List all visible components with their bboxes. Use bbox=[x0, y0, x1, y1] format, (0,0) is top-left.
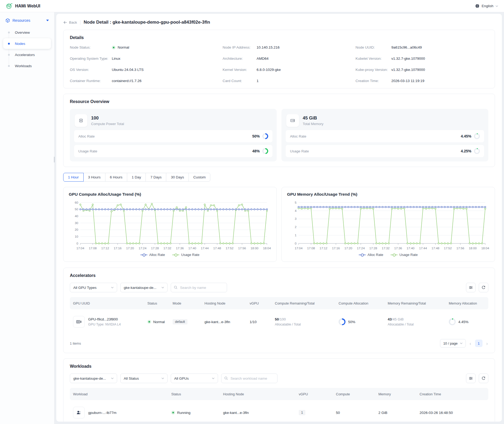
chevron-down-icon bbox=[111, 287, 114, 288]
resource-overview-card: Resource Overview 100 bbox=[63, 94, 495, 167]
compute-total-label: Compute Power Total bbox=[91, 122, 124, 126]
refresh-button[interactable] bbox=[479, 283, 488, 292]
creation-time: 2026-03-26 16:48:50 bbox=[416, 411, 488, 415]
legend-alloc-rate[interactable]: Alloc Rate bbox=[359, 253, 383, 257]
time-range-custom[interactable]: Custom bbox=[189, 173, 211, 182]
page-number[interactable]: 1 bbox=[475, 340, 482, 347]
globe-icon bbox=[475, 4, 480, 8]
memory-overview-card: 45 GiB Total Memory Alloc Rate 4.45% Usa… bbox=[281, 109, 488, 161]
tree-dot bbox=[8, 32, 10, 33]
chart-title: GPU Memory Alloc/Usage Trend (%) bbox=[287, 192, 489, 197]
node-select[interactable]: gke-kantaloupe-de... bbox=[120, 283, 168, 292]
sidebar-section-resources[interactable]: Resources bbox=[3, 16, 51, 24]
legend-marker-icon bbox=[359, 254, 366, 256]
sidebar-tree: Overview Nodes Accelerators Workloads bbox=[3, 27, 51, 71]
svg-text:17:28: 17:28 bbox=[369, 246, 377, 250]
detail-card-count: Card Count:1 bbox=[223, 79, 355, 83]
table-row[interactable]: gpuburn-...-lb77m Running gke-kant...e-3… bbox=[70, 400, 488, 422]
status-dot-icon bbox=[147, 320, 151, 324]
vgpu-count: 1/10 bbox=[246, 320, 272, 324]
legend-usage-rate[interactable]: Usage Rate bbox=[172, 253, 199, 257]
svg-text:17:56: 17:56 bbox=[456, 246, 464, 250]
legend-usage-rate[interactable]: Usage Rate bbox=[391, 253, 418, 257]
workloads-table: WorkloadStatusHosting NodevGPUComputeMem… bbox=[70, 388, 488, 422]
time-range-6-hours[interactable]: 6 Hours bbox=[105, 173, 127, 182]
hosting-node: gke-kant...e-3fln bbox=[220, 411, 296, 415]
detail-os-version: OS Version:Ubuntu 24.04.3 LTS bbox=[70, 68, 223, 72]
workload-node-select[interactable]: gke-kantaloupe-de... bbox=[70, 374, 117, 383]
svg-text:60: 60 bbox=[75, 201, 78, 204]
time-range-1-day[interactable]: 1 Day bbox=[127, 173, 146, 182]
refresh-button[interactable] bbox=[479, 374, 488, 383]
prev-page-button[interactable]: ‹ bbox=[469, 341, 472, 346]
svg-text:17:08: 17:08 bbox=[89, 246, 97, 250]
gpu-compute-trend-card: GPU Compute Alloc/Usage Trend (%) 010203… bbox=[63, 187, 277, 262]
time-range-1-hour[interactable]: 1 Hour bbox=[63, 173, 84, 182]
compute-overview-card: 100 Compute Power Total Alloc Rate 50% U… bbox=[70, 109, 277, 161]
accelerator-search-input[interactable] bbox=[171, 283, 227, 292]
time-range-30-days[interactable]: 30 Days bbox=[166, 173, 189, 182]
status-badge: Normal bbox=[147, 320, 166, 324]
sidebar-item-accelerators[interactable]: Accelerators bbox=[3, 49, 51, 60]
workload-gpus-select[interactable]: All GPUs bbox=[171, 374, 218, 383]
sidebar-item-nodes[interactable]: Nodes bbox=[3, 38, 51, 49]
language-label: English bbox=[482, 4, 493, 8]
compute-total-value: 100 bbox=[91, 115, 124, 121]
detail-node-status: Node Status: Normal bbox=[70, 45, 223, 49]
svg-text:17:16: 17:16 bbox=[332, 246, 340, 250]
language-selector[interactable]: English bbox=[475, 4, 498, 8]
sidebar-item-overview[interactable]: Overview bbox=[3, 27, 51, 38]
accelerators-table: GPU UUIDStatusModeHosting NodevGPUComput… bbox=[70, 297, 488, 334]
gpu-uuid[interactable]: GPU-f9cd...23f800 bbox=[88, 317, 121, 321]
workload-status-select[interactable]: All Status bbox=[120, 374, 168, 383]
svg-text:5: 5 bbox=[295, 201, 297, 204]
accelerators-title: Accelerators bbox=[70, 273, 488, 278]
accelerator-search bbox=[171, 283, 227, 292]
sidebar-item-workloads[interactable]: Workloads bbox=[3, 61, 51, 71]
next-page-button[interactable]: › bbox=[486, 341, 488, 346]
detail-node-uuid: Node UUID:9a615c96...a06c49 bbox=[356, 45, 488, 49]
svg-text:17:20: 17:20 bbox=[344, 246, 352, 250]
table-row[interactable]: GPU-f9cd...23f800 GPU Type: NVIDIA L4 No… bbox=[70, 309, 488, 334]
usage-rate-donut bbox=[474, 148, 480, 154]
column-settings-button[interactable] bbox=[466, 374, 476, 383]
time-range-7-days[interactable]: 7 Days bbox=[146, 173, 166, 182]
time-range-3-hours[interactable]: 3 Hours bbox=[83, 173, 105, 182]
alloc-rate-donut bbox=[262, 133, 268, 139]
mode-tag: default bbox=[173, 319, 187, 324]
refresh-icon bbox=[481, 376, 486, 380]
sidebar-resize-handle[interactable] bbox=[54, 157, 55, 162]
detail-container-runtime: Container Runtime:containerd://1.7.26 bbox=[70, 79, 223, 83]
chart-legend: Alloc Rate Usage Rate bbox=[287, 253, 489, 257]
svg-text:17:16: 17:16 bbox=[114, 246, 122, 250]
pagination: 10 / page ‹ 1 › bbox=[440, 339, 488, 348]
resource-overview-title: Resource Overview bbox=[70, 99, 488, 104]
refresh-icon bbox=[481, 285, 486, 290]
page-size-select[interactable]: 10 / page bbox=[440, 339, 466, 348]
status-badge: Running bbox=[171, 411, 217, 415]
gpu-type-select[interactable]: All GPU Types bbox=[70, 283, 117, 292]
back-button[interactable]: Back bbox=[63, 20, 77, 24]
detail-kernel-version: Kernel Version:6.8.0-1029-gke bbox=[223, 68, 355, 72]
gpu-compute-trend-chart: 010203040506017:0417:0817:1217:1617:2017… bbox=[69, 200, 271, 251]
svg-text:17:48: 17:48 bbox=[432, 246, 439, 250]
legend-alloc-rate[interactable]: Alloc Rate bbox=[140, 253, 165, 257]
tree-dot bbox=[8, 54, 10, 56]
detail-node-ip: Node IP Address:10.140.15.216 bbox=[223, 45, 355, 49]
chart-legend: Alloc Rate Usage Rate bbox=[69, 253, 271, 257]
memory-allocation-cell: 4.45% bbox=[446, 318, 488, 325]
workload-search-input[interactable] bbox=[221, 374, 277, 383]
divider bbox=[80, 20, 80, 25]
legend-marker-icon bbox=[391, 254, 398, 256]
svg-text:17:20: 17:20 bbox=[126, 246, 134, 250]
time-range-selector: 1 Hour 3 Hours 6 Hours 1 Day 7 Days 30 D… bbox=[63, 173, 210, 182]
workload-name[interactable]: gpuburn-...-lb77m bbox=[88, 411, 117, 415]
workloads-card: Workloads gke-kantaloupe-de... All Statu… bbox=[63, 358, 495, 422]
items-count: 1 items bbox=[70, 341, 81, 345]
workload-icon bbox=[73, 407, 85, 418]
column-settings-button[interactable] bbox=[466, 283, 476, 292]
details-title: Details bbox=[70, 35, 488, 40]
svg-text:17:44: 17:44 bbox=[419, 246, 427, 250]
details-card: Details Node Status: Normal Operating Sy… bbox=[63, 30, 495, 88]
accelerators-card: Accelerators All GPU Types gke-kantaloup… bbox=[63, 268, 495, 353]
